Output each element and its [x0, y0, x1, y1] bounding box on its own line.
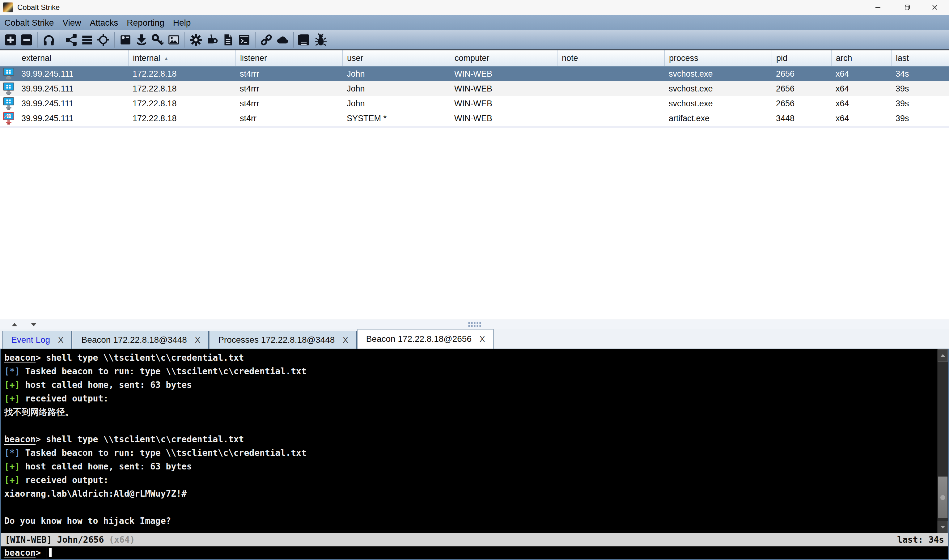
target-view-button[interactable] [95, 32, 111, 48]
pivot-graph-icon [65, 33, 78, 46]
scroll-down-button[interactable] [938, 521, 948, 533]
console-line: xiaorang.lab\Aldrich:Ald@rLMWuy7Z!# [4, 487, 937, 501]
tab-label: Beacon 172.22.8.18@2656 [366, 334, 472, 344]
cell-note [557, 111, 664, 126]
cell-last: 39s [891, 81, 949, 96]
header-user[interactable]: user [342, 50, 450, 66]
table-view-button[interactable] [79, 32, 95, 48]
console-text-segment: [+] [4, 380, 20, 390]
header-note[interactable]: note [557, 50, 664, 66]
book-icon [298, 33, 311, 46]
tab-event-log[interactable]: Event Log X [3, 331, 72, 349]
scripted-web-delivery-button[interactable] [220, 32, 236, 48]
documentation-button[interactable] [297, 32, 313, 48]
about-button[interactable] [313, 32, 329, 48]
menu-view[interactable]: View [58, 15, 85, 30]
console-output[interactable]: beacon> shell type \\tscilent\c\credenti… [1, 349, 937, 533]
pane-splitter[interactable] [0, 320, 949, 329]
beacon-session-icon [3, 97, 15, 110]
app-logo-icon [3, 3, 13, 12]
toolbar-separator [293, 32, 294, 48]
header-computer[interactable]: computer [450, 50, 557, 66]
table-tail-stripe [0, 126, 949, 128]
tab-beacon-2656[interactable]: Beacon 172.22.8.18@2656 X [358, 329, 494, 349]
tab-close-icon[interactable]: X [195, 335, 200, 345]
window-title: Cobalt Strike [17, 3, 60, 12]
beacon-session-row[interactable]: 39.99.245.111 172.22.8.18 st4rrr John WI… [0, 96, 949, 111]
host-file-button[interactable] [258, 32, 274, 48]
toolbar-separator [37, 32, 38, 48]
disconnect-button[interactable] [18, 32, 35, 48]
cell-pid: 3448 [772, 111, 831, 126]
toolbar-separator [114, 32, 115, 48]
header-internal[interactable]: internal▲ [128, 50, 235, 66]
console-line: beacon> shell type \\tsclient\c\credenti… [4, 433, 937, 446]
web-drive-by-button[interactable] [204, 32, 220, 48]
scrollbar-track[interactable] [938, 362, 948, 521]
beacon-session-icon [3, 82, 15, 95]
minimize-button[interactable] [864, 0, 892, 15]
beacon-session-row[interactable]: 39.99.245.111 172.22.8.18 st4rrr John WI… [0, 81, 949, 96]
prompt-symbol: > [35, 548, 41, 558]
header-pid[interactable]: pid [772, 50, 831, 66]
downloads-button[interactable] [134, 32, 149, 48]
link-chain-icon [260, 33, 273, 46]
header-process[interactable]: process [664, 50, 772, 66]
splitter-collapse-up-icon[interactable] [12, 323, 17, 326]
console-text-segment: host called home, sent: 63 bytes [20, 462, 192, 472]
cloud-upload-button[interactable] [274, 32, 291, 48]
header-icon-col [0, 50, 17, 66]
close-icon [931, 4, 938, 11]
tab-beacon-3448[interactable]: Beacon 172.22.8.18@3448 X [72, 331, 209, 349]
console-text-segment: > shell type \\tscilent\c\credential.txt [35, 352, 244, 363]
cell-listener: st4rrr [235, 96, 342, 111]
command-input[interactable] [52, 546, 948, 559]
scroll-up-icon [940, 354, 945, 357]
console-scrollbar[interactable] [937, 349, 948, 533]
beacon-console-panel: beacon> shell type \\tscilent\c\credenti… [0, 349, 949, 560]
menu-reporting[interactable]: Reporting [122, 15, 168, 30]
payload-generator-button[interactable] [188, 32, 204, 48]
menu-help[interactable]: Help [169, 15, 195, 30]
tab-close-icon[interactable]: X [58, 335, 63, 345]
credentials-button[interactable] [117, 32, 134, 48]
tab-close-icon[interactable]: X [480, 334, 485, 344]
header-label: computer [455, 54, 489, 63]
header-arch[interactable]: arch [831, 50, 891, 66]
listeners-button[interactable] [41, 32, 57, 48]
tab-processes-3448[interactable]: Processes 172.22.8.18@3448 X [209, 331, 357, 349]
tab-close-icon[interactable]: X [343, 335, 348, 345]
graph-view-button[interactable] [63, 32, 79, 48]
header-external[interactable]: external [17, 50, 128, 66]
header-label: process [669, 54, 698, 63]
plus-icon [4, 33, 17, 46]
scrollbar-thumb[interactable] [938, 477, 947, 518]
beacon-session-row[interactable]: 39.99.245.111 172.22.8.18 st4rrr John WI… [0, 66, 949, 81]
splitter-collapse-down-icon[interactable] [31, 323, 37, 326]
beacon-icon-cell [0, 96, 17, 111]
header-listener[interactable]: listener [235, 50, 342, 66]
beacon-session-row[interactable]: 39.99.245.111 172.22.8.18 st4rr SYSTEM *… [0, 111, 949, 126]
scroll-up-button[interactable] [938, 349, 948, 362]
headphones-icon [42, 33, 55, 46]
console-line: [+] received output: [4, 474, 937, 487]
new-connection-button[interactable] [3, 32, 18, 48]
keystrokes-button[interactable] [149, 32, 166, 48]
cell-internal: 172.22.8.18 [128, 81, 235, 96]
close-button[interactable] [921, 0, 949, 15]
restore-button[interactable] [892, 0, 921, 15]
screenshots-button[interactable] [166, 32, 182, 48]
cell-user: SYSTEM * [342, 111, 450, 126]
splitter-grip-handle[interactable] [468, 322, 481, 327]
cell-external: 39.99.245.111 [17, 96, 128, 111]
console-text-segment: [*] [4, 448, 20, 458]
menu-cobalt-strike[interactable]: Cobalt Strike [0, 15, 58, 30]
console-tabbar: Event Log X Beacon 172.22.8.18@3448 X Pr… [0, 329, 949, 349]
script-console-button[interactable] [236, 32, 252, 48]
menu-attacks[interactable]: Attacks [85, 15, 122, 30]
toolbar-separator [185, 32, 185, 48]
cell-internal: 172.22.8.18 [128, 111, 235, 126]
command-input-row: beacon> [1, 546, 948, 559]
header-last[interactable]: last [891, 50, 949, 66]
console-text-segment: received output: [20, 394, 109, 404]
